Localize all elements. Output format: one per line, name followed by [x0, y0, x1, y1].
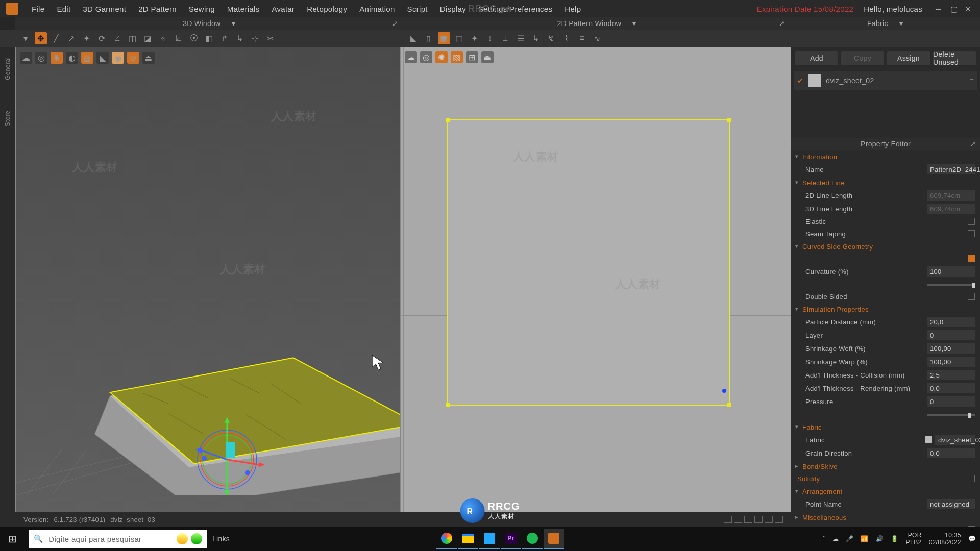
- task-notes[interactable]: [479, 529, 500, 549]
- vp-toggle-5[interactable]: ▧: [81, 52, 93, 64]
- delete-unused-button[interactable]: Delete Unused: [933, 51, 976, 65]
- menu-sewing[interactable]: Sewing: [184, 3, 220, 15]
- tool-mesh[interactable]: ✦: [81, 32, 93, 44]
- tool-measure[interactable]: ⟀: [111, 32, 124, 44]
- section-curved[interactable]: Curved Side Geometry: [793, 240, 978, 253]
- tab-2d-pattern-window[interactable]: 2D Pattern Window ▾ ⤢: [403, 17, 790, 30]
- tab-close-icon[interactable]: ⤢: [392, 19, 398, 28]
- grain-field[interactable]: 0,0: [927, 448, 975, 458]
- section-fabric[interactable]: Fabric: [793, 420, 978, 433]
- menu-help[interactable]: Help: [559, 3, 586, 15]
- p-tool-8[interactable]: ↳: [530, 32, 542, 44]
- p-tool-3[interactable]: ◫: [453, 32, 465, 44]
- menu-script[interactable]: Script: [402, 3, 433, 15]
- start-button[interactable]: ⊞: [0, 527, 26, 551]
- p-tool-rect[interactable]: ▦: [438, 32, 450, 44]
- tray-wifi-icon[interactable]: 📶: [861, 535, 868, 542]
- particle-field[interactable]: 20,0: [927, 317, 975, 327]
- menu-2d-pattern[interactable]: 2D Pattern: [133, 3, 182, 15]
- vp-toggle-8[interactable]: ⊛: [127, 52, 139, 64]
- tray-mic-icon[interactable]: 🎤: [846, 535, 853, 542]
- tray-battery-icon[interactable]: 🔋: [891, 535, 898, 542]
- tray-chevron-icon[interactable]: ˄: [822, 535, 825, 542]
- task-explorer[interactable]: [458, 529, 478, 549]
- section-misc[interactable]: Miscellaneous: [793, 511, 978, 523]
- taskbar-search[interactable]: 🔍 Digite aqui para pesquisar: [29, 530, 207, 548]
- minimize-icon[interactable]: ─: [936, 5, 945, 12]
- p-tool-1[interactable]: ▯: [423, 32, 435, 44]
- p-tool-6[interactable]: ⟂: [499, 32, 511, 44]
- section-information[interactable]: Information: [793, 150, 978, 163]
- pressure-field[interactable]: 0: [927, 396, 975, 407]
- maximize-icon[interactable]: ▢: [950, 5, 960, 12]
- shrink-warp-field[interactable]: 100,00: [927, 357, 975, 367]
- thick-ren-field[interactable]: 0,0: [927, 383, 975, 393]
- section-selected-line[interactable]: Selected Line: [793, 176, 978, 189]
- pv-toggle-3[interactable]: ✺: [435, 51, 448, 63]
- tool-a7[interactable]: ↱: [218, 32, 231, 44]
- menu-edit[interactable]: Edit: [52, 3, 76, 15]
- task-app[interactable]: [544, 529, 564, 549]
- seam-checkbox[interactable]: [968, 230, 975, 237]
- fabric-list-item[interactable]: ✔ dviz_sheet_02 ≡: [794, 71, 977, 90]
- menu-avatar[interactable]: Avatar: [266, 3, 300, 15]
- curved-checkbox[interactable]: [968, 255, 975, 262]
- p-tool-11[interactable]: ≡: [576, 32, 588, 44]
- point-select[interactable]: not assigned: [927, 499, 975, 509]
- vp-toggle-1[interactable]: ☁: [20, 52, 32, 64]
- tab-expand-icon[interactable]: ⤢: [779, 19, 785, 28]
- tool-edge[interactable]: ╱: [50, 32, 62, 44]
- copy-button[interactable]: Copy: [841, 51, 884, 65]
- tray-cloud-icon[interactable]: ☁: [832, 535, 839, 542]
- sidebar-tab-store[interactable]: Store: [4, 111, 11, 126]
- panel-expand-icon[interactable]: ⤢: [970, 140, 976, 148]
- task-chrome[interactable]: [436, 529, 457, 549]
- double-sided-checkbox[interactable]: [968, 293, 975, 300]
- p-tool-5[interactable]: ↕: [484, 32, 496, 44]
- grain-marker[interactable]: [722, 389, 726, 393]
- pattern-shape[interactable]: [447, 119, 730, 406]
- pv-toggle-1[interactable]: ☁: [405, 51, 417, 63]
- fabric-menu-icon[interactable]: ≡: [970, 77, 974, 85]
- solidify-label[interactable]: Solidify: [797, 475, 968, 483]
- fabric-select[interactable]: dviz_sheet_02: [935, 435, 975, 445]
- vp-toggle-2[interactable]: ◎: [35, 52, 47, 64]
- pressure-slider[interactable]: [927, 414, 975, 416]
- tool-a9[interactable]: ⊹: [249, 32, 261, 44]
- viewport-3d[interactable]: ☁ ◎ ✺ ◐ ▧ ◣ ◉ ⊛ ⏏: [15, 47, 401, 534]
- p-tool-10[interactable]: ⌇: [560, 32, 573, 44]
- shrink-weft-field[interactable]: 100,00: [927, 343, 975, 354]
- pv-toggle-5[interactable]: ⊞: [466, 51, 478, 63]
- add-button[interactable]: Add: [795, 51, 838, 65]
- p-tool-7[interactable]: ☰: [514, 32, 527, 44]
- pv-toggle-4[interactable]: ▧: [451, 51, 463, 63]
- tool-a4[interactable]: ⟀: [173, 32, 185, 44]
- pv-toggle-6[interactable]: ⏏: [481, 51, 494, 63]
- thick-col-field[interactable]: 2,5: [927, 370, 975, 380]
- menu-3d-garment[interactable]: 3D Garment: [78, 3, 131, 15]
- vp-toggle-7[interactable]: ◉: [112, 52, 124, 64]
- tray-notification-icon[interactable]: 💬: [968, 535, 976, 542]
- menu-animation[interactable]: Animation: [354, 3, 400, 15]
- menu-file[interactable]: File: [27, 3, 50, 15]
- elastic-checkbox[interactable]: [968, 218, 975, 225]
- p-dropdown-icon[interactable]: ◣: [407, 32, 420, 44]
- tool-a5[interactable]: ⦿: [188, 32, 200, 44]
- name-field[interactable]: Pattern2D_24416: [927, 164, 975, 174]
- task-links[interactable]: Links: [211, 529, 231, 549]
- curvature-slider[interactable]: [927, 284, 975, 286]
- tool-a3[interactable]: ⟐: [157, 32, 169, 44]
- menu-display[interactable]: Display: [435, 3, 471, 15]
- section-bond[interactable]: Bond/Skive: [793, 460, 978, 472]
- vp-toggle-6[interactable]: ◣: [96, 52, 109, 64]
- tool-pivot[interactable]: ⟳: [96, 32, 108, 44]
- layout-presets[interactable]: [724, 516, 783, 523]
- tool-a10[interactable]: ✂: [264, 32, 277, 44]
- p-tool-12[interactable]: ∿: [591, 32, 603, 44]
- viewport-2d-pattern[interactable]: ☁ ◎ ✺ ▧ ⊞ ⏏ 人人素材 人人素材: [401, 47, 791, 534]
- dropdown-icon[interactable]: ▾: [19, 32, 32, 44]
- task-spotify[interactable]: [522, 529, 543, 549]
- solidify-checkbox[interactable]: [968, 475, 975, 482]
- vp-toggle-3[interactable]: ✺: [51, 52, 63, 64]
- close-icon[interactable]: ✕: [965, 5, 974, 12]
